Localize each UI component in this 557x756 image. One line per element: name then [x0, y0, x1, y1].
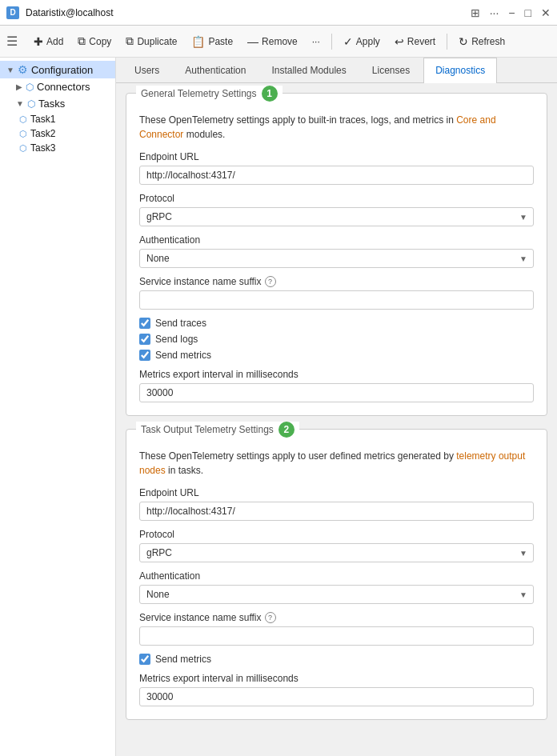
copy-icon: ⧉	[78, 34, 86, 48]
window-title: Dataristix@localhost	[26, 7, 464, 18]
tab-installed-modules[interactable]: Installed Modules	[259, 58, 358, 82]
refresh-button[interactable]: ↻ Refresh	[452, 32, 511, 51]
protocol-select-wrapper-2: gRPC HTTP/protobuf HTTP/JSON ▼	[139, 543, 534, 562]
general-telemetry-content: These OpenTelemetry settings apply to bu…	[139, 113, 534, 402]
revert-button[interactable]: ↩ Revert	[388, 32, 442, 51]
general-telemetry-label: General Telemetry Settings	[141, 88, 257, 99]
protocol-label-1: Protocol	[139, 193, 534, 204]
sidebar-item-task2[interactable]: ⬡ Task2	[0, 126, 115, 141]
sidebar: ▼ ⚙ Configuration ▶ ⬡ Connectors ▼ ⬡ Tas…	[0, 58, 116, 756]
main-content: General Telemetry Settings 1 These OpenT…	[116, 83, 557, 756]
sidebar-item-configuration[interactable]: ▼ ⚙ Configuration	[0, 61, 115, 78]
maximize-icon[interactable]: □	[525, 6, 531, 19]
apply-icon: ✓	[343, 35, 353, 48]
send-metrics-checkbox-1[interactable]	[139, 350, 150, 361]
sidebar-tasks-label: Tasks	[38, 98, 109, 110]
sidebar-config-label: Configuration	[31, 64, 109, 76]
toolbar: ☰ ✚ Add ⧉ Copy ⧉ Duplicate 📋 Paste — Rem…	[0, 26, 557, 58]
authentication-label-2: Authentication	[139, 570, 534, 582]
duplicate-icon: ⧉	[126, 34, 134, 48]
tab-users[interactable]: Users	[122, 58, 171, 82]
app-icon: D	[6, 6, 19, 19]
remove-label: Remove	[262, 36, 298, 47]
revert-icon: ↩	[395, 35, 404, 48]
sidebar-item-tasks[interactable]: ▼ ⬡ Tasks	[0, 95, 115, 112]
sidebar-task1-label: Task1	[30, 114, 55, 125]
refresh-icon: ↻	[459, 35, 468, 48]
duplicate-label: Duplicate	[137, 36, 177, 47]
paste-button[interactable]: 📋 Paste	[185, 32, 239, 51]
apply-button[interactable]: ✓ Apply	[337, 32, 387, 51]
tab-licenses[interactable]: Licenses	[360, 58, 422, 82]
service-suffix-info-icon-1[interactable]: ?	[265, 276, 276, 287]
task3-icon: ⬡	[19, 143, 27, 154]
authentication-select-1[interactable]: None Basic Bearer Token	[139, 249, 534, 268]
task-output-telemetry-section: Task Output Telemetry Settings 2 These O…	[126, 429, 547, 720]
task-output-description: These OpenTelemetry settings apply to us…	[139, 449, 534, 478]
tab-bar: Users Authentication Installed Modules L…	[116, 58, 557, 83]
send-metrics-label-2: Send metrics	[155, 654, 211, 665]
task1-icon: ⬡	[19, 114, 27, 125]
copy-button[interactable]: ⧉ Copy	[71, 31, 118, 51]
sidebar-task2-label: Task2	[30, 128, 55, 139]
send-logs-label: Send logs	[155, 334, 198, 345]
tasks-arrow-icon: ▼	[16, 99, 24, 108]
add-label: Add	[46, 36, 63, 47]
revert-label: Revert	[407, 36, 435, 47]
remove-button[interactable]: — Remove	[241, 32, 304, 51]
hamburger-menu-icon[interactable]: ☰	[6, 34, 18, 49]
metrics-export-input-1[interactable]	[139, 383, 534, 402]
toolbar-separator-2	[447, 34, 447, 50]
task2-icon: ⬡	[19, 129, 27, 139]
tasks-icon: ⬡	[27, 98, 35, 110]
more-button[interactable]: ···	[306, 33, 327, 50]
titlebar-controls: ⊞ ··· − □ ✕	[471, 6, 551, 19]
service-suffix-info-icon-2[interactable]: ?	[265, 612, 276, 623]
task-output-telemetry-title: Task Output Telemetry Settings 2	[136, 422, 299, 438]
send-logs-checkbox[interactable]	[139, 334, 150, 345]
protocol-label-2: Protocol	[139, 529, 534, 540]
protocol-select-1[interactable]: gRPC HTTP/protobuf HTTP/JSON	[139, 207, 534, 226]
apply-label: Apply	[356, 36, 380, 47]
protocol-select-2[interactable]: gRPC HTTP/protobuf HTTP/JSON	[139, 543, 534, 562]
window-menu-icon[interactable]: ⊞	[471, 6, 480, 19]
paste-label: Paste	[208, 36, 233, 47]
checkboxes-group-1: Send traces Send logs Send metrics	[139, 318, 534, 361]
tab-diagnostics[interactable]: Diagnostics	[423, 58, 497, 83]
connectors-arrow-icon: ▶	[16, 82, 22, 91]
connector-icon: ⬡	[26, 82, 34, 93]
service-suffix-label-2: Service instance name suffix ?	[139, 612, 534, 623]
window-options-icon[interactable]: ···	[490, 6, 499, 19]
add-button[interactable]: ✚ Add	[27, 32, 70, 51]
duplicate-button[interactable]: ⧉ Duplicate	[119, 31, 183, 51]
endpoint-url-input-2[interactable]	[139, 502, 534, 521]
metrics-export-label-1: Metrics export interval in milliseconds	[139, 369, 534, 380]
app-body: ▼ ⚙ Configuration ▶ ⬡ Connectors ▼ ⬡ Tas…	[0, 58, 557, 756]
paste-icon: 📋	[191, 35, 205, 48]
tab-authentication[interactable]: Authentication	[173, 58, 258, 82]
remove-icon: —	[247, 35, 258, 48]
service-suffix-input-2[interactable]	[139, 626, 534, 646]
sidebar-item-task3[interactable]: ⬡ Task3	[0, 141, 115, 155]
authentication-select-2[interactable]: None Basic Bearer Token	[139, 585, 534, 604]
minimize-icon[interactable]: −	[508, 6, 515, 19]
general-telemetry-title: General Telemetry Settings 1	[136, 86, 283, 102]
endpoint-url-input-1[interactable]	[139, 166, 534, 185]
endpoint-url-label-2: Endpoint URL	[139, 487, 534, 498]
send-traces-row: Send traces	[139, 318, 534, 329]
authentication-label-1: Authentication	[139, 234, 534, 246]
task-output-telemetry-badge: 2	[278, 422, 295, 438]
service-suffix-input-1[interactable]	[139, 290, 534, 310]
authentication-select-wrapper-2: None Basic Bearer Token ▼	[139, 585, 534, 604]
sidebar-item-connectors[interactable]: ▶ ⬡ Connectors	[0, 78, 115, 95]
send-metrics-checkbox-2[interactable]	[139, 654, 150, 665]
close-icon[interactable]: ✕	[541, 6, 551, 19]
send-traces-checkbox[interactable]	[139, 318, 150, 329]
endpoint-url-label-1: Endpoint URL	[139, 151, 534, 162]
more-icon: ···	[312, 36, 320, 47]
sidebar-item-task1[interactable]: ⬡ Task1	[0, 112, 115, 126]
titlebar: D Dataristix@localhost ⊞ ··· − □ ✕	[0, 0, 557, 26]
content-area: Users Authentication Installed Modules L…	[116, 58, 557, 756]
metrics-export-input-2[interactable]	[139, 687, 534, 706]
general-telemetry-section: General Telemetry Settings 1 These OpenT…	[126, 93, 547, 416]
